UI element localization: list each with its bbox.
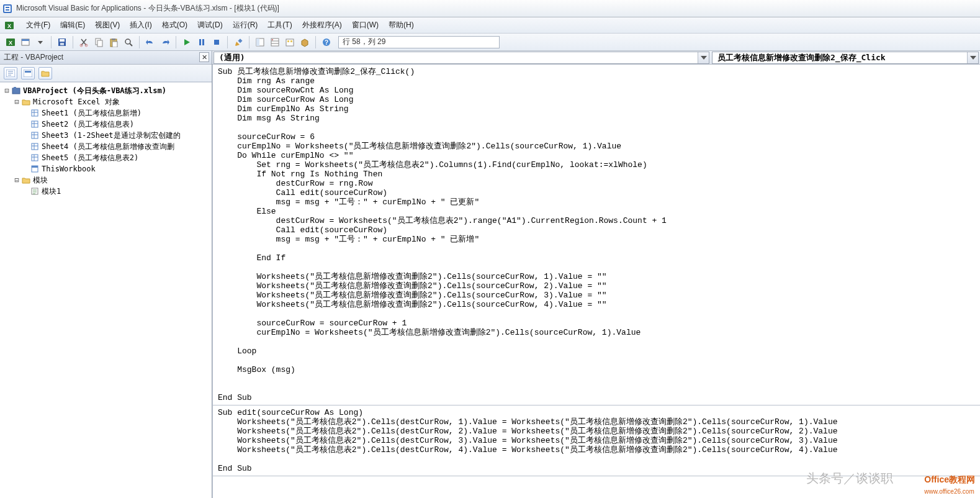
svg-rect-3 — [6, 9, 9, 11]
reset-button[interactable] — [210, 35, 223, 49]
cut-button[interactable] — [77, 35, 91, 49]
svg-rect-48 — [32, 110, 38, 116]
object-dropdown-text: (通用) — [214, 52, 250, 63]
window-title: Microsoft Visual Basic for Applications … — [16, 3, 279, 14]
project-explorer-pane: 工程 - VBAProject ✕ ⊟VBAProject (今日头条-VBA练… — [0, 51, 212, 498]
tree-sheet2[interactable]: Sheet2 (员工考核信息表) — [42, 119, 134, 130]
redo-button[interactable] — [158, 35, 172, 49]
paste-button[interactable] — [107, 35, 120, 49]
menu-bar: X 文件(F) 编辑(E) 视图(V) 插入(I) 格式(O) 调试(D) 运行… — [0, 17, 980, 34]
view-object-button[interactable] — [21, 67, 35, 79]
tree-module1[interactable]: 模块1 — [42, 186, 61, 197]
dropdown-icon[interactable] — [34, 35, 47, 49]
view-excel-button[interactable]: X — [4, 35, 17, 49]
svg-rect-20 — [112, 42, 117, 47]
svg-rect-2 — [6, 7, 9, 8]
break-button[interactable] — [195, 35, 209, 49]
menu-tools[interactable]: 工具(T) — [263, 19, 297, 32]
properties-button[interactable] — [268, 35, 282, 49]
svg-rect-46 — [12, 88, 20, 94]
project-pane-title-bar: 工程 - VBAProject ✕ — [0, 51, 212, 65]
separator — [176, 36, 176, 48]
menu-insert[interactable]: 插入(I) — [125, 19, 156, 32]
svg-point-21 — [125, 39, 130, 44]
svg-rect-54 — [32, 132, 38, 138]
code-editor[interactable]: Sub 员工考核信息新增修改查询删除2_保存_Click() Dim rng A… — [212, 65, 980, 498]
svg-rect-51 — [32, 121, 38, 127]
view-code-button[interactable] — [4, 67, 17, 79]
procedure-dropdown[interactable]: 员工考核信息新增修改查询删除2_保存_Click — [712, 52, 979, 64]
find-button[interactable] — [122, 35, 135, 49]
menu-format[interactable]: 格式(O) — [157, 19, 192, 32]
tree-sheet1[interactable]: Sheet1 (员工考核信息新增) — [42, 108, 142, 119]
procedure-dropdown-text: 员工考核信息新增修改查询删除2_保存_Click — [713, 52, 891, 63]
svg-rect-64 — [32, 166, 38, 168]
menu-file[interactable]: 文件(F) — [21, 19, 55, 32]
save-button[interactable] — [55, 35, 69, 49]
menu-edit[interactable]: 编辑(E) — [55, 19, 90, 32]
toolbar: X ? 行 58，列 29 — [0, 34, 980, 51]
tree-excel-objects[interactable]: Microsoft Excel 对象 — [33, 97, 120, 107]
tree-sheet5[interactable]: Sheet5 (员工考核信息表2) — [42, 153, 138, 163]
undo-button[interactable] — [143, 35, 157, 49]
help-button[interactable]: ? — [320, 35, 333, 49]
svg-line-22 — [130, 43, 132, 46]
chevron-down-icon[interactable] — [698, 52, 709, 63]
run-button[interactable] — [180, 35, 194, 49]
vba-app-icon — [2, 4, 12, 14]
code-block-main[interactable]: Sub 员工考核信息新增修改查询删除2_保存_Click() Dim rng A… — [213, 65, 980, 405]
svg-rect-47 — [14, 87, 16, 89]
svg-rect-45 — [25, 71, 31, 73]
title-bar: Microsoft Visual Basic for Applications … — [0, 0, 980, 17]
object-dropdown[interactable]: (通用) — [214, 52, 709, 64]
svg-rect-60 — [32, 155, 38, 161]
menu-window[interactable]: 窗口(W) — [347, 19, 384, 32]
sheet-icon — [30, 153, 40, 162]
design-mode-button[interactable] — [232, 35, 245, 49]
svg-rect-25 — [202, 39, 204, 45]
tree-sheet4[interactable]: Sheet4 (员工考核信息新增修改查询删 — [42, 142, 174, 152]
project-tree[interactable]: ⊟VBAProject (今日头条-VBA练习.xlsm) ⊟Microsoft… — [0, 82, 212, 498]
object-browser-button[interactable] — [283, 35, 297, 49]
sheet-icon — [30, 131, 40, 140]
excel-switch-icon[interactable]: X — [4, 20, 15, 31]
sheet-icon — [30, 142, 40, 151]
code-block-edit[interactable]: Sub edit(sourceCurRow As Long) Worksheet… — [213, 405, 980, 476]
toggle-folders-button[interactable] — [38, 67, 52, 79]
menu-addins[interactable]: 外接程序(A) — [297, 19, 347, 32]
svg-marker-27 — [235, 42, 240, 46]
toolbox-button[interactable] — [298, 35, 312, 49]
svg-text:X: X — [7, 23, 11, 29]
svg-rect-35 — [286, 39, 294, 46]
tree-project-root[interactable]: VBAProject (今日头条-VBA练习.xlsm) — [23, 86, 166, 96]
svg-rect-13 — [60, 43, 64, 45]
project-icon — [11, 86, 21, 95]
menu-view[interactable]: 视图(V) — [90, 19, 125, 32]
pane-close-button[interactable]: ✕ — [199, 52, 209, 62]
folder-icon — [21, 97, 31, 106]
svg-rect-1 — [4, 6, 11, 12]
svg-rect-19 — [112, 38, 115, 40]
svg-rect-28 — [238, 38, 242, 43]
chevron-down-icon[interactable] — [967, 52, 978, 63]
svg-marker-70 — [970, 56, 976, 60]
insert-userform-button[interactable] — [19, 35, 32, 49]
menu-debug[interactable]: 调试(D) — [192, 19, 228, 32]
tree-modules[interactable]: 模块 — [33, 175, 48, 186]
separator — [315, 36, 316, 48]
separator — [51, 36, 52, 48]
menu-run[interactable]: 运行(R) — [228, 19, 263, 32]
svg-rect-36 — [287, 40, 289, 42]
svg-marker-23 — [184, 39, 190, 45]
svg-rect-30 — [256, 38, 259, 46]
cursor-position-box: 行 58，列 29 — [338, 36, 500, 48]
svg-rect-26 — [214, 40, 219, 45]
project-explorer-button[interactable] — [253, 35, 267, 49]
copy-button[interactable] — [92, 35, 106, 49]
watermark-site: Office教程网 www.office26.com — [924, 474, 975, 496]
tree-thisworkbook[interactable]: ThisWorkbook — [42, 165, 96, 173]
menu-help[interactable]: 帮助(H) — [384, 19, 419, 32]
workbook-icon — [30, 165, 40, 173]
tree-sheet3[interactable]: Sheet3 (1-2Sheet是通过录制宏创建的 — [42, 130, 181, 141]
code-header: (通用) 员工考核信息新增修改查询删除2_保存_Click — [212, 51, 980, 65]
